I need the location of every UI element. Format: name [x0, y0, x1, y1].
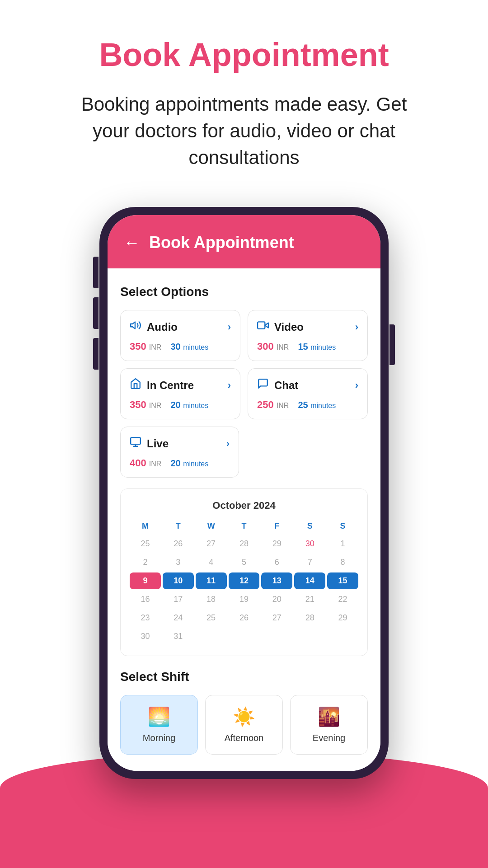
cal-day-14[interactable]: 14	[294, 572, 325, 589]
cal-day-27sep[interactable]: 27	[196, 535, 227, 552]
cal-header-m: M	[130, 519, 161, 534]
svg-rect-2	[258, 322, 265, 329]
chat-duration: 25 minutes	[298, 400, 336, 410]
audio-label: Audio	[147, 321, 178, 333]
cal-day-8[interactable]: 8	[327, 554, 358, 571]
select-options-title: Select Options	[120, 285, 368, 299]
shift-evening[interactable]: 🌇 Evening	[290, 695, 368, 755]
cal-day-16[interactable]: 16	[130, 591, 161, 608]
chat-price: 250 INR	[257, 399, 289, 411]
cal-day-21[interactable]: 21	[294, 591, 325, 608]
cal-day-20[interactable]: 20	[261, 591, 292, 608]
chat-arrow: ›	[355, 380, 358, 391]
back-button[interactable]: ←	[124, 233, 140, 252]
cal-day-3[interactable]: 3	[163, 554, 194, 571]
morning-label: Morning	[143, 733, 175, 743]
audio-arrow: ›	[228, 321, 231, 333]
in-centre-arrow: ›	[228, 380, 231, 391]
page-top: Book Appointment Booking appointments ma…	[0, 0, 488, 189]
cal-day-24[interactable]: 24	[163, 610, 194, 626]
cal-day-29[interactable]: 29	[327, 610, 358, 626]
live-arrow: ›	[226, 438, 230, 450]
page-title: Book Appointment	[99, 36, 389, 73]
cal-day-31[interactable]: 31	[163, 628, 194, 645]
live-duration: 20 minutes	[170, 458, 208, 469]
cal-day-28[interactable]: 28	[294, 610, 325, 626]
option-in-centre[interactable]: In Centre › 350 INR 20 minutes	[120, 368, 240, 419]
cal-day-1[interactable]: 1	[327, 535, 358, 552]
evening-icon: 🌇	[318, 706, 340, 727]
shift-afternoon[interactable]: ☀️ Afternoon	[205, 695, 283, 755]
cal-day-22[interactable]: 22	[327, 591, 358, 608]
video-arrow: ›	[355, 321, 358, 333]
shift-grid: 🌅 Morning ☀️ Afternoon 🌇 Evening	[120, 695, 368, 755]
phone-screen: ← Book Appointment Select Options	[108, 215, 380, 771]
chat-icon	[257, 378, 269, 393]
select-shift-title: Select Shift	[120, 670, 368, 684]
svg-rect-3	[131, 438, 141, 445]
cal-day-2[interactable]: 2	[130, 554, 161, 571]
in-centre-price: 350 INR	[130, 399, 161, 411]
cal-day-9[interactable]: 9	[130, 572, 161, 589]
cal-day-27[interactable]: 27	[261, 610, 292, 626]
cal-header-t2: T	[229, 519, 260, 534]
svg-marker-0	[131, 322, 135, 329]
option-audio[interactable]: Audio › 350 INR 30 minutes	[120, 310, 240, 361]
calendar-grid: M T W T F S S 25 26 27 28 29 30	[130, 519, 358, 645]
live-label: Live	[147, 437, 169, 450]
cal-header-s2: S	[327, 519, 358, 534]
cal-day-4[interactable]: 4	[196, 554, 227, 571]
cal-empty-1	[196, 628, 227, 645]
in-centre-label: In Centre	[147, 379, 194, 392]
cal-day-10[interactable]: 10	[163, 572, 194, 589]
cal-day-5[interactable]: 5	[229, 554, 260, 571]
shift-morning[interactable]: 🌅 Morning	[120, 695, 198, 755]
phone-wrapper: ← Book Appointment Select Options	[99, 207, 389, 779]
cal-day-26[interactable]: 26	[229, 610, 260, 626]
cal-day-25[interactable]: 25	[196, 610, 227, 626]
live-icon	[130, 436, 141, 451]
cal-day-28sep[interactable]: 28	[229, 535, 260, 552]
cal-day-7[interactable]: 7	[294, 554, 325, 571]
cal-day-18[interactable]: 18	[196, 591, 227, 608]
cal-empty-4	[294, 628, 325, 645]
cal-day-25sep[interactable]: 25	[130, 535, 161, 552]
cal-day-12[interactable]: 12	[229, 572, 260, 589]
calendar-month: October 2024	[130, 500, 358, 511]
audio-price: 350 INR	[130, 341, 161, 352]
calendar-card: October 2024 M T W T F S S 25 26 27	[120, 488, 368, 656]
cal-day-11[interactable]: 11	[196, 572, 227, 589]
audio-duration: 30 minutes	[170, 342, 208, 352]
cal-header-w: W	[196, 519, 227, 534]
cal-day-26sep[interactable]: 26	[163, 535, 194, 552]
app-header-title: Book Appointment	[149, 233, 294, 252]
app-header: ← Book Appointment	[108, 215, 380, 268]
app-content: Select Options	[108, 268, 380, 771]
cal-day-30[interactable]: 30	[130, 628, 161, 645]
option-live[interactable]: Live › 400 INR 20 minutes	[120, 427, 239, 478]
cal-day-17[interactable]: 17	[163, 591, 194, 608]
cal-day-29sep[interactable]: 29	[261, 535, 292, 552]
cal-header-t1: T	[163, 519, 194, 534]
video-duration: 15 minutes	[298, 342, 336, 352]
option-chat[interactable]: Chat › 250 INR 25 minutes	[248, 368, 368, 419]
cal-empty-3	[261, 628, 292, 645]
page-subtitle: Booking appointments made easy. Get your…	[68, 91, 420, 171]
video-label: Video	[274, 321, 304, 333]
cal-header-f: F	[261, 519, 292, 534]
video-price: 300 INR	[257, 341, 289, 352]
option-video[interactable]: Video › 300 INR 15 minutes	[248, 310, 368, 361]
cal-day-30sep[interactable]: 30	[294, 535, 325, 552]
cal-day-13[interactable]: 13	[261, 572, 292, 589]
cal-day-15[interactable]: 15	[327, 572, 358, 589]
cal-day-6[interactable]: 6	[261, 554, 292, 571]
cal-empty-2	[229, 628, 260, 645]
options-grid: Audio › 350 INR 30 minutes	[120, 310, 368, 419]
video-icon	[257, 319, 269, 334]
afternoon-icon: ☀️	[233, 706, 255, 727]
evening-label: Evening	[313, 733, 345, 743]
chat-label: Chat	[274, 379, 298, 392]
cal-empty-5	[327, 628, 358, 645]
cal-day-19[interactable]: 19	[229, 591, 260, 608]
cal-day-23[interactable]: 23	[130, 610, 161, 626]
